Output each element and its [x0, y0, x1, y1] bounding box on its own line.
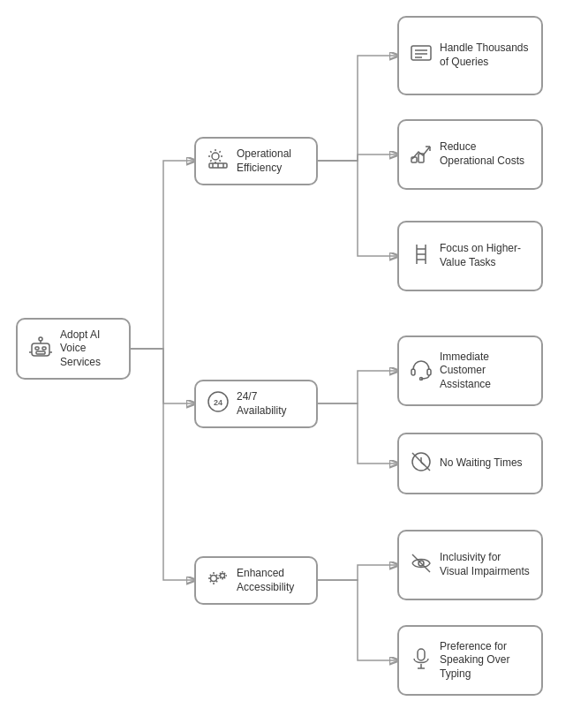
svg-line-38: [412, 554, 430, 572]
svg-rect-23: [411, 157, 417, 162]
node-no-waiting: No Waiting Times: [397, 433, 543, 494]
svg-point-15: [211, 576, 217, 582]
node-immediate-assist: Immediate Customer Assistance: [397, 335, 543, 406]
ladder-icon: [410, 243, 433, 270]
node-accessibility: Enhanced Accessibility: [194, 556, 318, 605]
svg-text:24: 24: [214, 398, 222, 407]
node-immediate-assist-label: Immediate Customer Assistance: [440, 350, 531, 392]
node-root: Adopt AI Voice Services: [16, 318, 131, 380]
svg-rect-1: [35, 347, 39, 350]
node-availability-label: 24/7 Availability: [237, 390, 305, 418]
node-root-label: Adopt AI Voice Services: [60, 328, 118, 370]
gears-icon: [207, 567, 230, 594]
gear-bed-icon: [207, 147, 230, 175]
diagram: Adopt AI Voice Services Operational Effi…: [0, 0, 588, 701]
node-handle-queries: Handle Thousands of Queries: [397, 16, 543, 95]
node-reduce-costs-label: Reduce Operational Costs: [440, 140, 531, 168]
svg-rect-31: [427, 369, 431, 375]
clock24-icon: 24: [207, 390, 230, 418]
node-handle-queries-label: Handle Thousands of Queries: [440, 41, 531, 69]
node-op-efficiency-label: Operational Efficiency: [237, 147, 305, 175]
node-higher-value-label: Focus on Higher-Value Tasks: [440, 242, 531, 269]
svg-point-16: [221, 574, 225, 578]
node-speaking-label: Preference for Speaking Over Typing: [440, 640, 531, 682]
chat-lines-icon: [410, 42, 433, 70]
node-inclusivity-label: Inclusivity for Visual Impairments: [440, 551, 531, 578]
robot-icon: [28, 335, 53, 364]
svg-rect-39: [418, 649, 425, 660]
svg-rect-7: [36, 351, 45, 354]
node-no-waiting-label: No Waiting Times: [440, 456, 523, 471]
cost-reduce-icon: [410, 141, 433, 169]
node-op-efficiency: Operational Efficiency: [194, 137, 318, 185]
node-availability: 24 24/7 Availability: [194, 380, 318, 428]
node-inclusivity: Inclusivity for Visual Impairments: [397, 530, 543, 600]
eye-slash-icon: [410, 552, 433, 579]
node-higher-value: Focus on Higher-Value Tasks: [397, 221, 543, 291]
headset-icon: [410, 358, 433, 385]
svg-rect-2: [42, 347, 46, 350]
svg-rect-30: [411, 369, 415, 375]
node-reduce-costs: Reduce Operational Costs: [397, 119, 543, 190]
node-speaking: Preference for Speaking Over Typing: [397, 625, 543, 696]
no-wait-icon: [410, 450, 433, 478]
mic-icon: [410, 647, 433, 675]
svg-point-8: [212, 153, 219, 160]
node-accessibility-label: Enhanced Accessibility: [237, 567, 305, 594]
svg-point-4: [39, 337, 42, 341]
